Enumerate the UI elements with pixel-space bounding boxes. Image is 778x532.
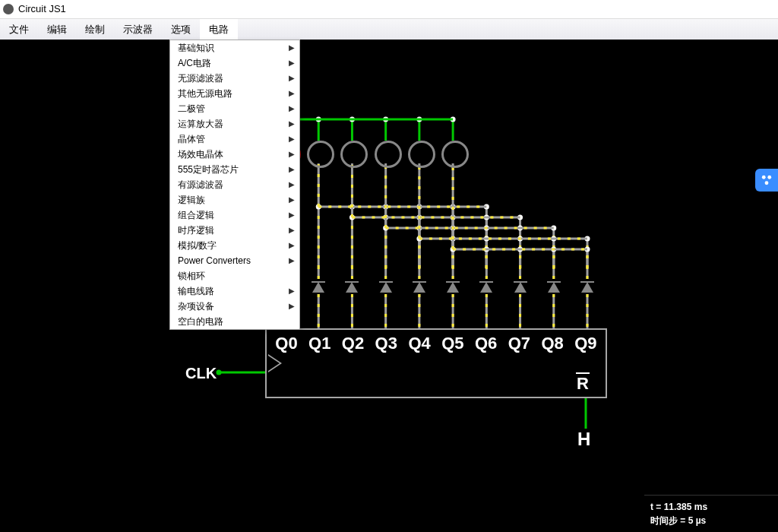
- menu-circuits[interactable]: 电路: [200, 19, 238, 40]
- menu-file[interactable]: 文件: [0, 19, 38, 40]
- svg-marker-183: [548, 282, 560, 293]
- diode[interactable]: [412, 279, 427, 294]
- submenu-arrow-icon: ▶: [289, 147, 295, 162]
- dropdown-item-label: 输电线路: [178, 286, 214, 296]
- submenu-arrow-icon: ▶: [289, 40, 295, 55]
- submenu-arrow-icon: ▶: [289, 162, 295, 177]
- dropdown-item[interactable]: 无源滤波器▶: [170, 71, 299, 86]
- dropdown-item-label: Power Converters: [178, 255, 251, 266]
- dropdown-item-label: 555定时器芯片: [178, 164, 239, 175]
- dropdown-item[interactable]: 晶体管▶: [170, 131, 299, 147]
- submenu-arrow-icon: ▶: [289, 299, 295, 314]
- sim-status: t = 11.385 ms 时间步 = 5 µs: [644, 495, 778, 532]
- diode[interactable]: [344, 279, 359, 294]
- bulb[interactable]: [307, 141, 334, 168]
- svg-marker-171: [346, 282, 358, 293]
- svg-marker-185: [581, 282, 593, 293]
- submenu-arrow-icon: ▶: [289, 177, 295, 192]
- submenu-arrow-icon: ▶: [289, 86, 295, 101]
- submenu-arrow-icon: ▶: [289, 131, 295, 147]
- dropdown-item-label: A/C电路: [178, 58, 211, 68]
- diode[interactable]: [546, 279, 561, 294]
- diode[interactable]: [479, 279, 494, 294]
- circuits-dropdown[interactable]: 基础知识▶A/C电路▶无源滤波器▶其他无源电路▶二极管▶运算放大器▶晶体管▶场效…: [169, 40, 300, 330]
- svg-marker-169: [312, 282, 324, 293]
- menu-options[interactable]: 选项: [162, 19, 200, 40]
- dropdown-item-label: 晶体管: [178, 134, 205, 144]
- dropdown-item[interactable]: Power Converters▶: [170, 253, 299, 268]
- bulb[interactable]: [408, 141, 435, 168]
- dropdown-item-label: 锁相环: [178, 271, 205, 281]
- dropdown-item[interactable]: 输电线路▶: [170, 283, 299, 299]
- dropdown-item-label: 二极管: [178, 103, 205, 114]
- chip-pin-label: Q7: [504, 334, 534, 353]
- dropdown-item-label: 无源滤波器: [178, 73, 223, 84]
- dropdown-item[interactable]: A/C电路▶: [170, 55, 299, 71]
- reset-label-text: R: [577, 374, 589, 393]
- dropdown-item[interactable]: 时序逻辑▶: [170, 223, 299, 238]
- submenu-arrow-icon: ▶: [289, 55, 295, 71]
- chip-pin-label: Q2: [338, 334, 368, 353]
- chip-pin-label: Q6: [471, 334, 501, 353]
- submenu-arrow-icon: ▶: [289, 192, 295, 207]
- svg-point-187: [762, 176, 766, 179]
- submenu-arrow-icon: ▶: [289, 116, 295, 131]
- dropdown-item-label: 其他无源电路: [178, 88, 232, 99]
- chip-pin-label: Q4: [404, 334, 435, 353]
- dropdown-item[interactable]: 其他无源电路▶: [170, 86, 299, 101]
- svg-point-189: [765, 181, 769, 185]
- diode[interactable]: [311, 279, 326, 294]
- dropdown-item-label: 场效电晶体: [178, 149, 223, 160]
- status-time: t = 11.385 ms: [650, 500, 772, 514]
- reset-pin-label: R: [568, 372, 598, 394]
- chip-pin-label: Q3: [371, 334, 401, 353]
- svg-marker-177: [447, 282, 459, 293]
- submenu-arrow-icon: ▶: [289, 253, 295, 268]
- dropdown-item[interactable]: 逻辑族▶: [170, 192, 299, 207]
- menu-edit[interactable]: 编辑: [38, 19, 76, 40]
- dropdown-item[interactable]: 有源滤波器▶: [170, 177, 299, 192]
- svg-marker-173: [380, 282, 392, 293]
- dropdown-item-label: 组合逻辑: [178, 210, 214, 220]
- dropdown-item-label: 有源滤波器: [178, 179, 223, 190]
- svg-point-188: [767, 176, 771, 179]
- bulb[interactable]: [375, 141, 402, 168]
- dropdown-item-label: 空白的电路: [178, 316, 223, 327]
- dropdown-item[interactable]: 基础知识▶: [170, 40, 299, 55]
- diode[interactable]: [580, 279, 595, 294]
- dropdown-item[interactable]: 空白的电路: [170, 314, 299, 329]
- submenu-arrow-icon: ▶: [289, 238, 295, 253]
- dropdown-item[interactable]: 锁相环: [170, 268, 299, 283]
- dropdown-item-label: 模拟/数字: [178, 240, 217, 251]
- dropdown-item[interactable]: 组合逻辑▶: [170, 207, 299, 223]
- simulation-canvas[interactable]: Q0Q1Q2Q3Q4Q5Q6Q7Q8Q9 R CLK H t = 11.385 …: [0, 40, 778, 532]
- bulb[interactable]: [441, 141, 469, 168]
- diode[interactable]: [378, 279, 394, 294]
- app-icon: [3, 4, 14, 14]
- chip-pin-label: Q5: [438, 334, 468, 353]
- dropdown-item[interactable]: 场效电晶体▶: [170, 147, 299, 162]
- status-step: 时间步 = 5 µs: [650, 514, 772, 527]
- submenu-arrow-icon: ▶: [289, 223, 295, 238]
- clock-input-marker: [268, 354, 282, 372]
- dropdown-item-label: 运算放大器: [178, 119, 223, 129]
- diode[interactable]: [513, 279, 528, 294]
- title-bar: Circuit JS1: [0, 0, 778, 19]
- menu-draw[interactable]: 绘制: [76, 19, 114, 40]
- high-label: H: [577, 429, 590, 450]
- dropdown-item[interactable]: 555定时器芯片▶: [170, 162, 299, 177]
- decade-counter-chip[interactable]: Q0Q1Q2Q3Q4Q5Q6Q7Q8Q9 R: [265, 328, 607, 398]
- dropdown-item[interactable]: 模拟/数字▶: [170, 238, 299, 253]
- svg-marker-181: [514, 282, 527, 293]
- side-widget-button[interactable]: [755, 169, 778, 192]
- menu-bar: 文件 编辑 绘制 示波器 选项 电路: [0, 19, 778, 41]
- menu-scope[interactable]: 示波器: [114, 19, 162, 40]
- submenu-arrow-icon: ▶: [289, 283, 295, 299]
- chip-pin-label: Q8: [537, 334, 568, 353]
- clk-label: CLK: [185, 365, 217, 382]
- dropdown-item[interactable]: 杂项设备▶: [170, 299, 299, 314]
- dropdown-item[interactable]: 二极管▶: [170, 101, 299, 116]
- dropdown-item[interactable]: 运算放大器▶: [170, 116, 299, 131]
- dropdown-item-label: 基础知识: [178, 43, 214, 53]
- diode[interactable]: [445, 279, 460, 294]
